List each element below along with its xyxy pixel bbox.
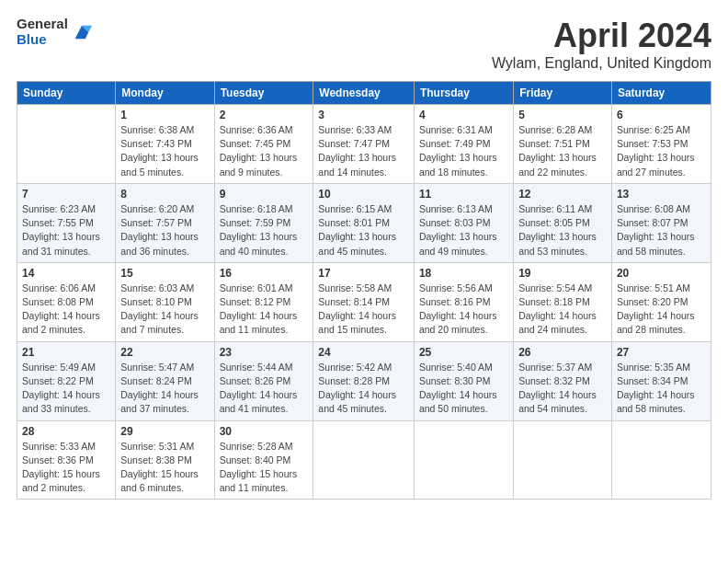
header-cell-tuesday: Tuesday (214, 82, 313, 105)
day-number: 1 (120, 109, 209, 121)
week-row-2: 7Sunrise: 6:23 AMSunset: 7:55 PMDaylight… (17, 183, 711, 262)
week-row-4: 21Sunrise: 5:49 AMSunset: 8:22 PMDayligh… (17, 341, 711, 420)
day-cell: 13Sunrise: 6:08 AMSunset: 8:07 PMDayligh… (611, 183, 711, 262)
day-number: 28 (22, 425, 110, 438)
day-number: 12 (518, 188, 607, 201)
day-number: 11 (419, 188, 508, 201)
day-info: Sunrise: 6:31 AMSunset: 7:49 PMDaylight:… (419, 123, 508, 179)
day-cell: 25Sunrise: 5:40 AMSunset: 8:30 PMDayligh… (414, 341, 513, 420)
day-info: Sunrise: 5:28 AMSunset: 8:40 PMDaylight:… (220, 440, 309, 496)
day-number: 30 (220, 425, 309, 438)
day-cell: 28Sunrise: 5:33 AMSunset: 8:36 PMDayligh… (17, 420, 116, 500)
day-cell (414, 420, 513, 500)
day-number: 20 (617, 267, 706, 280)
day-number: 4 (419, 109, 508, 121)
day-number: 23 (220, 346, 309, 359)
day-number: 3 (318, 109, 409, 121)
day-number: 25 (419, 346, 508, 359)
logo-icon (72, 22, 92, 42)
day-number: 15 (120, 267, 209, 280)
day-info: Sunrise: 5:47 AMSunset: 8:24 PMDaylight:… (120, 361, 209, 417)
day-info: Sunrise: 6:33 AMSunset: 7:47 PMDaylight:… (318, 123, 409, 179)
day-number: 26 (518, 346, 607, 359)
day-info: Sunrise: 6:06 AMSunset: 8:08 PMDaylight:… (22, 282, 110, 338)
title-block: April 2024 Wylam, England, United Kingdo… (492, 17, 711, 72)
day-number: 2 (220, 109, 309, 121)
day-number: 5 (518, 109, 607, 121)
day-number: 22 (120, 346, 209, 359)
day-cell: 6Sunrise: 6:25 AMSunset: 7:53 PMDaylight… (611, 105, 711, 184)
week-row-3: 14Sunrise: 6:06 AMSunset: 8:08 PMDayligh… (17, 262, 711, 341)
day-info: Sunrise: 6:13 AMSunset: 8:03 PMDaylight:… (419, 202, 508, 259)
day-cell: 7Sunrise: 6:23 AMSunset: 7:55 PMDaylight… (17, 183, 116, 262)
day-number: 17 (318, 267, 409, 280)
day-cell: 2Sunrise: 6:36 AMSunset: 7:45 PMDaylight… (214, 105, 313, 184)
day-info: Sunrise: 5:51 AMSunset: 8:20 PMDaylight:… (617, 282, 706, 338)
day-info: Sunrise: 6:01 AMSunset: 8:12 PMDaylight:… (220, 282, 309, 338)
day-cell: 22Sunrise: 5:47 AMSunset: 8:24 PMDayligh… (116, 341, 214, 420)
day-cell: 19Sunrise: 5:54 AMSunset: 8:18 PMDayligh… (514, 262, 612, 341)
calendar-table: SundayMondayTuesdayWednesdayThursdayFrid… (17, 81, 711, 500)
day-number: 16 (220, 267, 309, 280)
day-info: Sunrise: 6:25 AMSunset: 7:53 PMDaylight:… (617, 123, 706, 179)
day-info: Sunrise: 5:58 AMSunset: 8:14 PMDaylight:… (318, 282, 409, 338)
day-number: 18 (419, 267, 508, 280)
day-cell: 15Sunrise: 6:03 AMSunset: 8:10 PMDayligh… (116, 262, 214, 341)
day-info: Sunrise: 6:23 AMSunset: 7:55 PMDaylight:… (22, 202, 110, 259)
day-cell: 24Sunrise: 5:42 AMSunset: 8:28 PMDayligh… (313, 341, 415, 420)
day-cell: 21Sunrise: 5:49 AMSunset: 8:22 PMDayligh… (17, 341, 116, 420)
day-info: Sunrise: 5:44 AMSunset: 8:26 PMDaylight:… (220, 361, 309, 417)
day-number: 14 (22, 267, 110, 280)
day-number: 29 (120, 425, 209, 438)
day-number: 24 (318, 346, 409, 359)
day-cell: 27Sunrise: 5:35 AMSunset: 8:34 PMDayligh… (611, 341, 711, 420)
day-cell: 1Sunrise: 6:38 AMSunset: 7:43 PMDaylight… (116, 105, 214, 184)
header: General Blue April 2024 Wylam, England, … (17, 17, 711, 72)
day-info: Sunrise: 5:42 AMSunset: 8:28 PMDaylight:… (318, 361, 409, 417)
calendar-header-row: SundayMondayTuesdayWednesdayThursdayFrid… (17, 82, 711, 105)
header-cell-monday: Monday (116, 82, 214, 105)
day-cell: 11Sunrise: 6:13 AMSunset: 8:03 PMDayligh… (414, 183, 513, 262)
day-cell: 3Sunrise: 6:33 AMSunset: 7:47 PMDaylight… (313, 105, 415, 184)
day-cell: 14Sunrise: 6:06 AMSunset: 8:08 PMDayligh… (17, 262, 116, 341)
sub-title: Wylam, England, United Kingdom (492, 55, 711, 72)
day-cell: 9Sunrise: 6:18 AMSunset: 7:59 PMDaylight… (214, 183, 313, 262)
header-cell-friday: Friday (514, 82, 612, 105)
day-cell (313, 420, 415, 500)
day-info: Sunrise: 5:40 AMSunset: 8:30 PMDaylight:… (419, 361, 508, 417)
day-number: 10 (318, 188, 409, 201)
day-cell: 4Sunrise: 6:31 AMSunset: 7:49 PMDaylight… (414, 105, 513, 184)
day-info: Sunrise: 5:56 AMSunset: 8:16 PMDaylight:… (419, 282, 508, 338)
day-info: Sunrise: 6:36 AMSunset: 7:45 PMDaylight:… (220, 123, 309, 179)
day-number: 27 (617, 346, 706, 359)
logo-text: General Blue (17, 17, 68, 47)
main-title: April 2024 (492, 17, 711, 55)
logo: General Blue (17, 17, 92, 47)
day-number: 8 (120, 188, 209, 201)
day-cell: 29Sunrise: 5:31 AMSunset: 8:38 PMDayligh… (116, 420, 214, 500)
day-cell (611, 420, 711, 500)
week-row-5: 28Sunrise: 5:33 AMSunset: 8:36 PMDayligh… (17, 420, 711, 500)
day-info: Sunrise: 6:28 AMSunset: 7:51 PMDaylight:… (518, 123, 607, 179)
week-row-1: 1Sunrise: 6:38 AMSunset: 7:43 PMDaylight… (17, 105, 711, 184)
header-cell-sunday: Sunday (17, 82, 116, 105)
day-info: Sunrise: 5:33 AMSunset: 8:36 PMDaylight:… (22, 440, 110, 496)
day-info: Sunrise: 6:38 AMSunset: 7:43 PMDaylight:… (120, 123, 209, 179)
day-cell: 8Sunrise: 6:20 AMSunset: 7:57 PMDaylight… (116, 183, 214, 262)
header-cell-thursday: Thursday (414, 82, 513, 105)
day-number: 19 (518, 267, 607, 280)
day-info: Sunrise: 6:03 AMSunset: 8:10 PMDaylight:… (120, 282, 209, 338)
day-info: Sunrise: 6:15 AMSunset: 8:01 PMDaylight:… (318, 202, 409, 259)
day-cell (514, 420, 612, 500)
day-cell (17, 105, 116, 184)
day-info: Sunrise: 6:20 AMSunset: 7:57 PMDaylight:… (120, 202, 209, 259)
day-number: 13 (617, 188, 706, 201)
day-cell: 18Sunrise: 5:56 AMSunset: 8:16 PMDayligh… (414, 262, 513, 341)
day-info: Sunrise: 6:11 AMSunset: 8:05 PMDaylight:… (518, 202, 607, 259)
day-cell: 16Sunrise: 6:01 AMSunset: 8:12 PMDayligh… (214, 262, 313, 341)
day-cell: 5Sunrise: 6:28 AMSunset: 7:51 PMDaylight… (514, 105, 612, 184)
logo-blue: Blue (17, 32, 68, 48)
day-info: Sunrise: 5:54 AMSunset: 8:18 PMDaylight:… (518, 282, 607, 338)
day-cell: 17Sunrise: 5:58 AMSunset: 8:14 PMDayligh… (313, 262, 415, 341)
day-info: Sunrise: 6:08 AMSunset: 8:07 PMDaylight:… (617, 202, 706, 259)
